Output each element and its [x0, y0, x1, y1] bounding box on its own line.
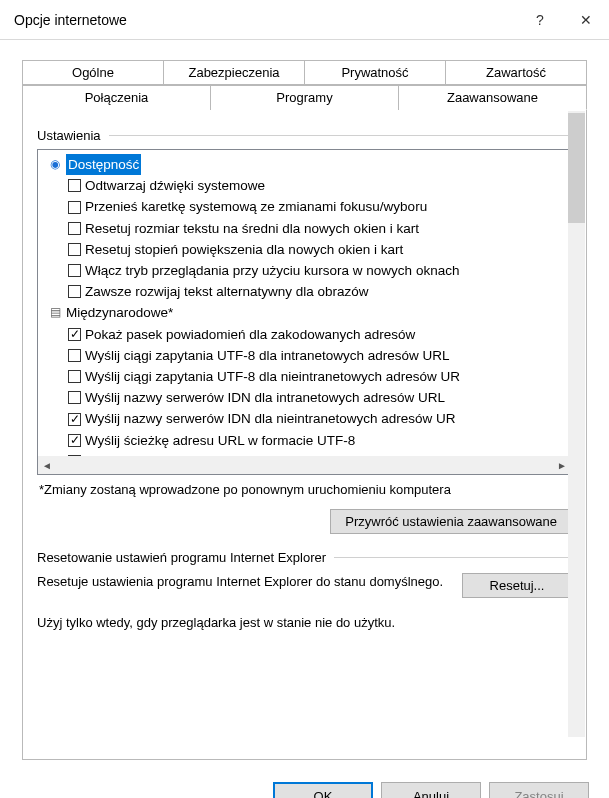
setting-label: Wyślij nazwy serwerów IDN dla nieintrane…: [85, 408, 456, 429]
apply-button[interactable]: Zastosuj: [489, 782, 589, 798]
close-icon: ✕: [580, 12, 592, 28]
setting-label: Zawsze pokazuj zakodowane adresy: [85, 451, 306, 456]
close-button[interactable]: ✕: [563, 0, 609, 40]
tabs-row-1: Ogólne Zabezpieczenia Prywatność Zawarto…: [22, 60, 587, 85]
dialog-footer: OK Anuluj Zastosuj: [0, 772, 609, 798]
tab-privacy[interactable]: Prywatność: [305, 60, 446, 85]
setting-label: Włącz tryb przeglądania przy użyciu kurs…: [85, 260, 459, 281]
reset-group-label: Resetowanie ustawień programu Internet E…: [37, 550, 572, 565]
reset-warning: Użyj tylko wtedy, gdy przeglądarka jest …: [37, 614, 572, 632]
setting-item[interactable]: Wyślij nazwy serwerów IDN dla intranetow…: [48, 387, 571, 408]
checkbox[interactable]: [68, 264, 81, 277]
scroll-left-arrow[interactable]: ◄: [38, 460, 56, 471]
category-label: Dostępność: [66, 154, 141, 175]
setting-item[interactable]: Pokaż pasek powiadomień dla zakodowanych…: [48, 324, 571, 345]
setting-label: Przenieś karetkę systemową ze zmianami f…: [85, 196, 427, 217]
category-label: Międzynarodowe*: [66, 302, 173, 323]
setting-item[interactable]: Resetuj rozmiar tekstu na średni dla now…: [48, 218, 571, 239]
vertical-scrollbar[interactable]: [568, 111, 585, 737]
tab-content[interactable]: Zawartość: [446, 60, 587, 85]
checkbox[interactable]: [68, 370, 81, 383]
dialog-content: Ogólne Zabezpieczenia Prywatność Zawarto…: [0, 40, 609, 772]
checkbox[interactable]: [68, 434, 81, 447]
setting-item[interactable]: Wyślij ścieżkę adresu URL w formacie UTF…: [48, 430, 571, 451]
setting-item[interactable]: Włącz tryb przeglądania przy użyciu kurs…: [48, 260, 571, 281]
reset-button[interactable]: Resetuj...: [462, 573, 572, 598]
globe-icon: ◉: [48, 158, 62, 172]
setting-item[interactable]: Wyślij nazwy serwerów IDN dla nieintrane…: [48, 408, 571, 429]
settings-tree[interactable]: ◉Dostępność Odtwarzaj dźwięki systemowe …: [37, 149, 572, 475]
category-node[interactable]: ◉Dostępność: [48, 154, 571, 175]
setting-label: Resetuj rozmiar tekstu na średni dla now…: [85, 218, 419, 239]
titlebar: Opcje internetowe ? ✕: [0, 0, 609, 40]
tab-general[interactable]: Ogólne: [22, 60, 164, 85]
setting-label: Wyślij nazwy serwerów IDN dla intranetow…: [85, 387, 445, 408]
tab-advanced[interactable]: Zaawansowane: [399, 85, 587, 110]
panel-icon: ▤: [48, 306, 62, 320]
settings-tree-inner: ◉Dostępność Odtwarzaj dźwięki systemowe …: [38, 150, 571, 456]
tab-security[interactable]: Zabezpieczenia: [164, 60, 305, 85]
checkbox[interactable]: [68, 222, 81, 235]
help-icon: ?: [536, 12, 544, 28]
scrollbar-thumb[interactable]: [568, 113, 585, 223]
tab-panel-advanced: Ustawienia ◉Dostępność Odtwarzaj dźwięki…: [22, 110, 587, 760]
setting-label: Resetuj stopień powiększenia dla nowych …: [85, 239, 403, 260]
setting-label: Pokaż pasek powiadomień dla zakodowanych…: [85, 324, 415, 345]
settings-group-label: Ustawienia: [37, 128, 572, 143]
setting-label: Zawsze rozwijaj tekst alternatywny dla o…: [85, 281, 369, 302]
restore-row: Przywróć ustawienia zaawansowane: [37, 509, 572, 534]
restore-defaults-button[interactable]: Przywróć ustawienia zaawansowane: [330, 509, 572, 534]
category-node[interactable]: ▤Międzynarodowe*: [48, 302, 571, 323]
setting-label: Wyślij ścieżkę adresu URL w formacie UTF…: [85, 430, 355, 451]
checkbox[interactable]: [68, 328, 81, 341]
setting-label: Wyślij ciągi zapytania UTF-8 dla intrane…: [85, 345, 450, 366]
cancel-button[interactable]: Anuluj: [381, 782, 481, 798]
setting-item[interactable]: Przenieś karetkę systemową ze zmianami f…: [48, 196, 571, 217]
setting-item[interactable]: Zawsze pokazuj zakodowane adresy: [48, 451, 571, 456]
window-title: Opcje internetowe: [14, 12, 517, 28]
checkbox[interactable]: [68, 179, 81, 192]
setting-item[interactable]: Wyślij ciągi zapytania UTF-8 dla intrane…: [48, 345, 571, 366]
reset-description: Resetuje ustawienia programu Internet Ex…: [37, 573, 446, 591]
setting-label: Wyślij ciągi zapytania UTF-8 dla nieintr…: [85, 366, 460, 387]
help-button[interactable]: ?: [517, 0, 563, 40]
setting-item[interactable]: Zawsze rozwijaj tekst alternatywny dla o…: [48, 281, 571, 302]
checkbox[interactable]: [68, 349, 81, 362]
checkbox[interactable]: [68, 455, 81, 456]
checkbox[interactable]: [68, 201, 81, 214]
setting-item[interactable]: Resetuj stopień powiększenia dla nowych …: [48, 239, 571, 260]
reset-row: Resetuje ustawienia programu Internet Ex…: [37, 573, 572, 598]
checkbox[interactable]: [68, 413, 81, 426]
horizontal-scrollbar[interactable]: ◄ ►: [38, 456, 571, 474]
ok-button[interactable]: OK: [273, 782, 373, 798]
restart-note: *Zmiany zostaną wprowadzone po ponownym …: [39, 481, 570, 499]
checkbox[interactable]: [68, 243, 81, 256]
setting-label: Odtwarzaj dźwięki systemowe: [85, 175, 265, 196]
tab-connections[interactable]: Połączenia: [22, 85, 211, 110]
setting-item[interactable]: Wyślij ciągi zapytania UTF-8 dla nieintr…: [48, 366, 571, 387]
checkbox[interactable]: [68, 285, 81, 298]
setting-item[interactable]: Odtwarzaj dźwięki systemowe: [48, 175, 571, 196]
tab-programs[interactable]: Programy: [211, 85, 399, 110]
tabs-row-2: Połączenia Programy Zaawansowane: [22, 85, 587, 110]
checkbox[interactable]: [68, 391, 81, 404]
